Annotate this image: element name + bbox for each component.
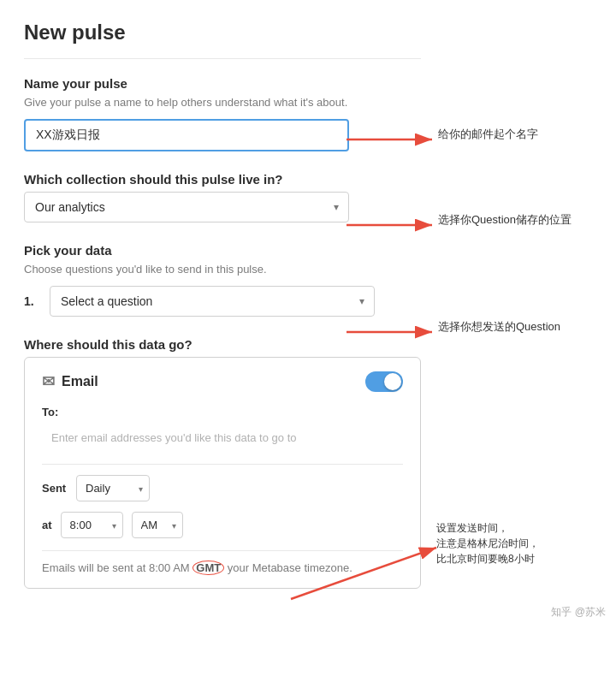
email-toggle[interactable] — [365, 371, 403, 392]
timezone-text-before: Emails will be sent at 8:00 AM — [42, 561, 192, 574]
question-select[interactable]: Select a question — [50, 286, 375, 317]
email-icon: ✉ — [42, 372, 55, 391]
collection-section: Which collection should this pulse live … — [24, 172, 421, 222]
name-section: Name your pulse Give your pulse a name t… — [24, 76, 421, 151]
collection-select-wrapper: Our analytics My personal collection ▾ — [24, 192, 349, 222]
watermark: 知乎 @苏米 — [551, 605, 606, 620]
data-section-desc: Choose questions you'd like to send in t… — [24, 263, 421, 276]
sent-label: Sent — [42, 482, 68, 495]
frequency-select-wrapper: Daily Weekly Monthly ▾ — [76, 475, 150, 501]
question-number: 1. — [24, 294, 41, 308]
timezone-note: Emails will be sent at 8:00 AM GMT your … — [42, 550, 403, 574]
name-section-desc: Give your pulse a name to help others un… — [24, 96, 421, 109]
ampm-select-wrapper: AM PM ▾ — [132, 512, 183, 538]
gmt-highlight: GMT — [192, 561, 224, 575]
annotation-question: 选择你想发送的Question — [438, 319, 560, 335]
to-row: To: — [42, 406, 403, 452]
email-label: ✉ Email — [42, 372, 98, 391]
data-section: Pick your data Choose questions you'd li… — [24, 243, 421, 317]
time-select-wrapper: 8:00 9:00 10:00 ▾ — [61, 512, 123, 538]
timezone-text-after: your Metabase timezone. — [224, 561, 352, 574]
destination-section-title: Where should this data go? — [24, 337, 421, 352]
pulse-name-input[interactable] — [24, 119, 349, 151]
time-select[interactable]: 8:00 9:00 10:00 — [61, 512, 123, 538]
to-email-input[interactable] — [42, 424, 403, 452]
email-card-header: ✉ Email — [42, 371, 403, 392]
at-row: at 8:00 9:00 10:00 ▾ AM PM — [42, 512, 403, 538]
email-label-text: Email — [62, 374, 98, 389]
email-card: ✉ Email To: Sent Daily — [24, 357, 421, 589]
ampm-select[interactable]: AM PM — [132, 512, 183, 538]
page-title: New pulse — [24, 21, 421, 59]
at-label: at — [42, 519, 52, 531]
question-row: 1. Select a question ▾ — [24, 286, 421, 317]
sent-row: Sent Daily Weekly Monthly ▾ — [42, 475, 403, 501]
frequency-select[interactable]: Daily Weekly Monthly — [76, 475, 150, 501]
question-select-wrapper: Select a question ▾ — [50, 286, 375, 317]
to-label: To: — [42, 406, 403, 418]
annotation-name: 给你的邮件起个名字 — [438, 127, 538, 142]
data-section-title: Pick your data — [24, 243, 421, 258]
annotation-collection: 选择你Question储存的位置 — [438, 212, 572, 228]
collection-section-title: Which collection should this pulse live … — [24, 172, 421, 187]
name-section-title: Name your pulse — [24, 76, 421, 91]
annotation-time: 设置发送时间，注意是格林尼治时间，比北京时间要晚8小时 — [436, 520, 539, 567]
divider-1 — [42, 464, 403, 465]
collection-select[interactable]: Our analytics My personal collection — [24, 192, 349, 222]
destination-section: Where should this data go? ✉ Email To: — [24, 337, 421, 589]
